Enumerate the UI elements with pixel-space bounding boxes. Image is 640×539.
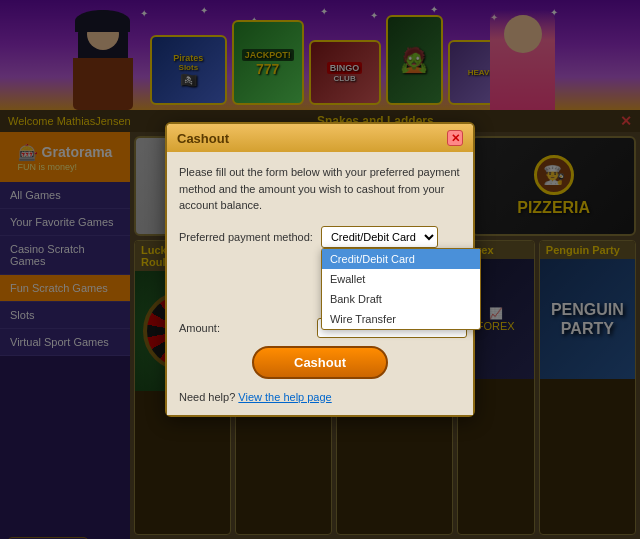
modal-close-button[interactable]: ✕ <box>447 130 463 146</box>
modal-body: Please fill out the form below with your… <box>167 152 473 415</box>
modal-title: Cashout <box>177 131 229 146</box>
help-row: Need help? View the help page <box>179 387 461 403</box>
help-link[interactable]: View the help page <box>238 391 331 403</box>
amount-label: Amount: <box>179 322 309 334</box>
dropdown-credit-debit[interactable]: Credit/Debit Card <box>322 249 480 269</box>
modal-description: Please fill out the form below with your… <box>179 164 461 214</box>
help-text: Need help? <box>179 391 235 403</box>
cashout-modal: Cashout ✕ Please fill out the form below… <box>165 122 475 417</box>
cashout-submit-button[interactable]: Cashout <box>252 346 388 379</box>
dropdown-wire-transfer[interactable]: Wire Transfer <box>322 309 480 329</box>
modal-overlay: Cashout ✕ Please fill out the form below… <box>0 0 640 539</box>
payment-select-wrapper: Credit/Debit Card Ewallet Bank Draft Wir… <box>321 226 461 248</box>
dropdown-ewallet[interactable]: Ewallet <box>322 269 480 289</box>
dropdown-bank-draft[interactable]: Bank Draft <box>322 289 480 309</box>
payment-dropdown: Credit/Debit Card Ewallet Bank Draft Wir… <box>321 248 481 330</box>
payment-method-row: Preferred payment method: Credit/Debit C… <box>179 226 461 248</box>
payment-method-select[interactable]: Credit/Debit Card Ewallet Bank Draft Wir… <box>321 226 438 248</box>
modal-header: Cashout ✕ <box>167 124 473 152</box>
payment-method-label: Preferred payment method: <box>179 231 313 243</box>
